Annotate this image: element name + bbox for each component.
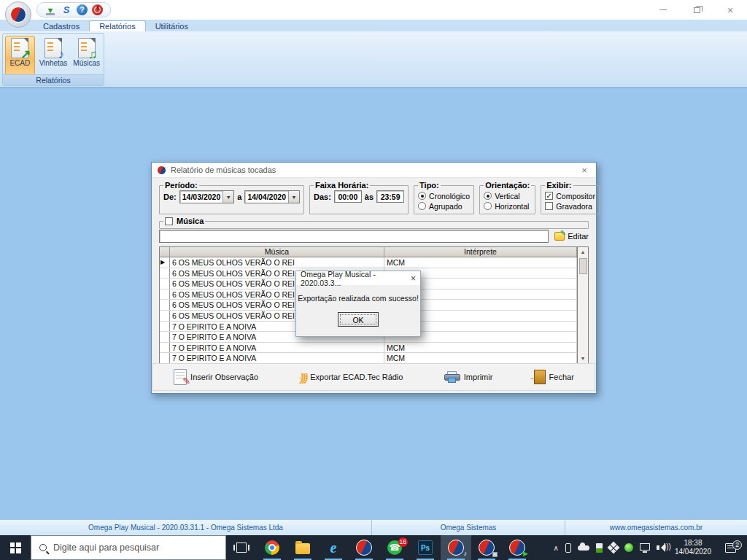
dropbox-icon[interactable] xyxy=(609,543,618,552)
radio-agrupado[interactable]: Agrupado xyxy=(418,201,470,211)
as-label: às xyxy=(365,192,374,201)
photoshop-taskbar-button[interactable]: Ps xyxy=(410,535,441,560)
status-bar: Omega Play Musical - 2020.03.31.1 - Omeg… xyxy=(0,519,747,535)
ok-button[interactable]: OK xyxy=(338,312,379,327)
close-button[interactable]: × xyxy=(713,0,747,20)
help-icon[interactable]: ? xyxy=(77,4,88,15)
vertical-scrollbar[interactable]: ▲ ▼ xyxy=(577,247,588,363)
minimize-button[interactable] xyxy=(646,0,680,20)
sync-icon[interactable]: S xyxy=(61,4,72,16)
phone-tray-icon[interactable] xyxy=(565,543,571,553)
table-header: Música Intérprete xyxy=(160,247,588,257)
notepad-pencil-icon xyxy=(174,369,187,385)
network-icon[interactable] xyxy=(640,543,650,553)
omega-logo-icon xyxy=(356,540,372,556)
messagebox-titlebar[interactable]: Omega Play Musical - 2020.03.3... × xyxy=(296,271,420,285)
tab-cadastros[interactable]: Cadastros xyxy=(34,21,89,31)
date-to-combo[interactable]: 14/04/2020 ▼ xyxy=(244,190,300,203)
ecad-button[interactable]: ↗ ECAD xyxy=(5,36,35,75)
search-icon xyxy=(39,544,47,551)
dialog-close-icon[interactable]: × xyxy=(578,165,591,176)
drive-tray-icon[interactable] xyxy=(596,543,603,553)
radio-horizontal[interactable]: Horizontal xyxy=(484,201,531,211)
system-tray: ∧ ))) 18:38 14/04/2020 2 xyxy=(554,535,747,560)
date-from-combo[interactable]: 14/03/2020 ▼ xyxy=(179,190,235,203)
musica-search-input[interactable] xyxy=(159,230,549,243)
table-row[interactable]: 7 O EPIRITO E A NOIVAMCM xyxy=(160,353,577,364)
messagebox-title: Omega Play Musical - 2020.03.3... xyxy=(301,270,411,287)
omega-app-taskbar-button[interactable] xyxy=(349,535,379,560)
omega-app2-taskbar-button[interactable] xyxy=(471,535,502,560)
volume-icon[interactable]: ))) xyxy=(657,543,668,552)
header-musica[interactable]: Música xyxy=(170,247,384,257)
install-icon[interactable]: ▼ xyxy=(44,4,56,16)
ribbon-tabs: Cadastros Relatórios Utilitários xyxy=(0,20,747,31)
periodo-group: Período: De: 14/03/2020 ▼ a 14/04/2020 ▼ xyxy=(159,181,304,214)
window-titlebar: ▼ S ? × xyxy=(0,0,747,20)
whatsapp-taskbar-button[interactable]: ☎ 16 xyxy=(379,535,410,560)
musicas-button[interactable]: ♫ Músicas xyxy=(71,36,101,75)
imprimir-button[interactable]: Imprimir xyxy=(444,371,493,383)
messagebox-close-icon[interactable]: × xyxy=(411,273,416,284)
onedrive-cloud-icon[interactable] xyxy=(578,545,589,551)
radio-icon xyxy=(484,202,492,210)
tray-chevron-icon[interactable]: ∧ xyxy=(554,544,559,552)
ecad-report-icon: ↗ xyxy=(11,38,28,58)
power-icon[interactable] xyxy=(92,4,103,15)
radio-vertical[interactable]: Vertical xyxy=(484,191,531,201)
radio-cronologico[interactable]: Cronológico xyxy=(418,191,470,201)
row-selection-indicator xyxy=(160,332,170,342)
dialog-titlebar[interactable]: Relatório de músicas tocadas × xyxy=(152,163,596,178)
ribbon: ↗ ECAD ♪ Vinhetas ♫ Músicas Relatórios xyxy=(0,31,747,88)
app-menu-button[interactable] xyxy=(5,1,31,28)
scroll-down-icon[interactable]: ▼ xyxy=(581,354,586,363)
tab-utilitarios[interactable]: Utilitários xyxy=(146,21,198,31)
tab-relatorios[interactable]: Relatórios xyxy=(89,20,146,31)
box-overlay-icon xyxy=(492,552,498,557)
a-label: a xyxy=(237,192,241,201)
start-button[interactable] xyxy=(0,535,31,560)
play-overlay-icon: ▶ xyxy=(523,550,528,557)
header-indicator-cell xyxy=(160,247,170,257)
editar-button[interactable]: Editar xyxy=(554,232,589,241)
table-row[interactable]: ▶6 OS MEUS OLHOS VERÃO O REIMCM xyxy=(160,257,577,268)
ribbon-group-label: Relatórios xyxy=(3,74,104,85)
row-selection-indicator xyxy=(160,268,170,279)
table-row[interactable]: 7 O EPIRITO E A NOIVAMCM xyxy=(160,343,577,354)
vinhetas-button[interactable]: ♪ Vinhetas xyxy=(39,36,69,75)
fechar-button[interactable]: Fechar xyxy=(534,370,574,384)
dialog-title: Relatório de músicas tocadas xyxy=(171,166,276,174)
cell-musica: 7 O EPIRITO E A NOIVA xyxy=(170,353,384,363)
taskbar-search-input[interactable]: Digite aqui para pesquisar xyxy=(31,535,226,560)
omega-app3-taskbar-button[interactable]: ▶ xyxy=(502,535,533,560)
row-selection-indicator xyxy=(160,311,170,321)
exportar-ecad-button[interactable]: ·))) Exportar ECAD.Tec Rádio xyxy=(299,371,403,384)
inserir-observacao-button[interactable]: Inserir Observação xyxy=(174,369,258,385)
file-explorer-taskbar-button[interactable] xyxy=(287,535,318,560)
checkbox-compositor[interactable]: ✓Compositor xyxy=(545,191,595,201)
restore-button[interactable] xyxy=(680,0,713,20)
time-to-input[interactable]: 23:59 xyxy=(376,190,404,203)
internet-explorer-taskbar-button[interactable]: e xyxy=(318,535,349,560)
clock[interactable]: 18:38 14/04/2020 xyxy=(675,539,711,557)
scroll-thumb[interactable] xyxy=(579,258,587,274)
cell-musica: 6 OS MEUS OLHOS VERÃO O REI xyxy=(170,257,384,268)
row-selection-indicator: ▶ xyxy=(160,257,170,268)
status-orb-icon[interactable] xyxy=(624,543,633,552)
exibir-group: Exibir: ✓Compositor Gravadora xyxy=(541,181,600,214)
combo-arrow-icon[interactable]: ▼ xyxy=(222,191,233,203)
scroll-up-icon[interactable]: ▲ xyxy=(581,247,586,257)
omega-play-active-taskbar-button[interactable]: ♪ xyxy=(441,535,471,560)
chrome-taskbar-button[interactable] xyxy=(257,535,287,560)
time-from-input[interactable]: 00:00 xyxy=(334,190,362,203)
musica-checkbox[interactable] xyxy=(165,217,173,225)
orientacao-legend: Orientação: xyxy=(484,181,531,190)
das-label: Das: xyxy=(314,192,331,201)
status-company: Omega Sistemas xyxy=(372,520,565,535)
combo-arrow-icon[interactable]: ▼ xyxy=(288,191,299,203)
task-view-button[interactable] xyxy=(226,535,257,560)
header-interprete[interactable]: Intérprete xyxy=(384,247,577,257)
action-center-button[interactable]: 2 xyxy=(718,543,743,553)
row-selection-indicator xyxy=(160,279,170,289)
checkbox-gravadora[interactable]: Gravadora xyxy=(545,201,595,211)
